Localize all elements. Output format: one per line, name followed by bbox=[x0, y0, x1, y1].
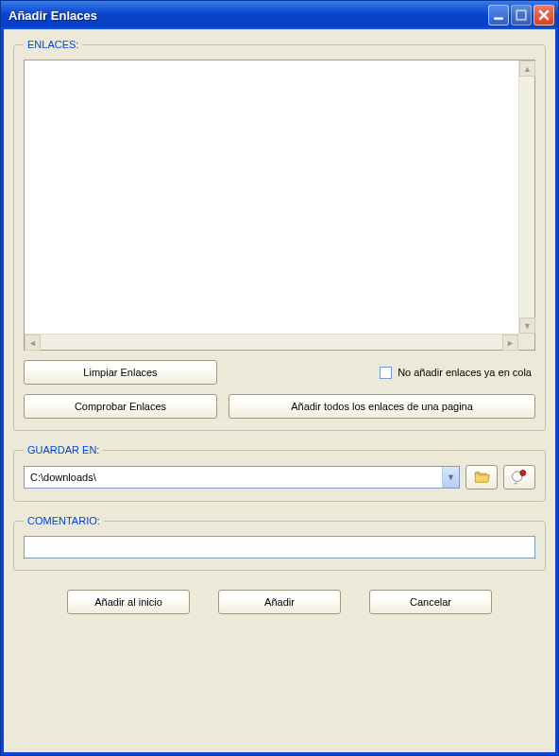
titlebar-controls bbox=[488, 5, 554, 26]
add-to-beginning-button[interactable]: Añadir al inicio bbox=[67, 590, 190, 614]
add-links-window: Añadir Enlaces ENLACES: ▲ ▼ ◄ bbox=[0, 0, 559, 756]
save-path-dropdown-button[interactable]: ▼ bbox=[442, 467, 459, 488]
chevron-down-icon: ▼ bbox=[447, 472, 455, 482]
pin-icon bbox=[511, 469, 528, 486]
comment-group: COMENTARIO: bbox=[13, 515, 546, 571]
comment-legend: COMENTARIO: bbox=[24, 515, 104, 526]
links-textarea-wrap: ▲ ▼ ◄ ► bbox=[24, 60, 535, 351]
window-title: Añadir Enlaces bbox=[8, 9, 97, 23]
save-legend: GUARDAR EN: bbox=[24, 444, 103, 455]
no-queue-checkbox[interactable] bbox=[380, 367, 392, 379]
svg-rect-1 bbox=[517, 10, 526, 20]
links-group: ENLACES: ▲ ▼ ◄ ► Limpiar Enlaces No añad… bbox=[13, 39, 546, 431]
links-row-2: Comprobar Enlaces Añadir todos los enlac… bbox=[24, 394, 535, 419]
links-row-1: Limpiar Enlaces No añadir enlaces ya en … bbox=[24, 360, 535, 385]
save-path-combo: ▼ bbox=[24, 466, 460, 489]
browse-folder-button[interactable] bbox=[466, 465, 498, 490]
pin-location-button[interactable] bbox=[503, 465, 535, 490]
close-icon bbox=[538, 9, 550, 21]
save-path-row: ▼ bbox=[24, 465, 535, 490]
scroll-corner bbox=[518, 334, 534, 350]
client-area: ENLACES: ▲ ▼ ◄ ► Limpiar Enlaces No añad… bbox=[1, 29, 558, 755]
horizontal-scrollbar[interactable]: ◄ ► bbox=[25, 334, 518, 350]
maximize-icon bbox=[516, 9, 527, 21]
maximize-button bbox=[511, 5, 532, 26]
scroll-left-button[interactable]: ◄ bbox=[25, 335, 41, 351]
check-links-button[interactable]: Comprobar Enlaces bbox=[24, 394, 217, 419]
scroll-down-button[interactable]: ▼ bbox=[519, 318, 535, 334]
svg-point-3 bbox=[520, 471, 526, 476]
links-textarea[interactable] bbox=[25, 60, 518, 334]
vertical-scrollbar[interactable]: ▲ ▼ bbox=[518, 60, 534, 334]
links-legend: ENLACES: bbox=[24, 39, 82, 50]
comment-input[interactable] bbox=[24, 536, 535, 558]
scroll-right-button[interactable]: ► bbox=[502, 335, 518, 351]
clear-links-button[interactable]: Limpiar Enlaces bbox=[24, 360, 217, 385]
save-group: GUARDAR EN: ▼ bbox=[13, 444, 546, 502]
cancel-button[interactable]: Cancelar bbox=[369, 590, 492, 614]
close-button[interactable] bbox=[534, 5, 554, 26]
folder-open-icon bbox=[473, 469, 490, 486]
add-button[interactable]: Añadir bbox=[218, 590, 341, 614]
no-queue-label: No añadir enlaces ya en cola bbox=[398, 367, 532, 378]
minimize-button[interactable] bbox=[488, 5, 509, 26]
scroll-up-button[interactable]: ▲ bbox=[519, 60, 535, 77]
no-queue-checkbox-wrap: No añadir enlaces ya en cola bbox=[380, 367, 535, 379]
minimize-icon bbox=[493, 9, 504, 21]
footer-buttons: Añadir al inicio Añadir Cancelar bbox=[13, 584, 546, 624]
svg-rect-0 bbox=[494, 17, 503, 19]
titlebar: Añadir Enlaces bbox=[1, 1, 558, 29]
save-path-input[interactable] bbox=[25, 467, 442, 488]
add-all-from-page-button[interactable]: Añadir todos los enlaces de una pagina bbox=[229, 394, 535, 419]
